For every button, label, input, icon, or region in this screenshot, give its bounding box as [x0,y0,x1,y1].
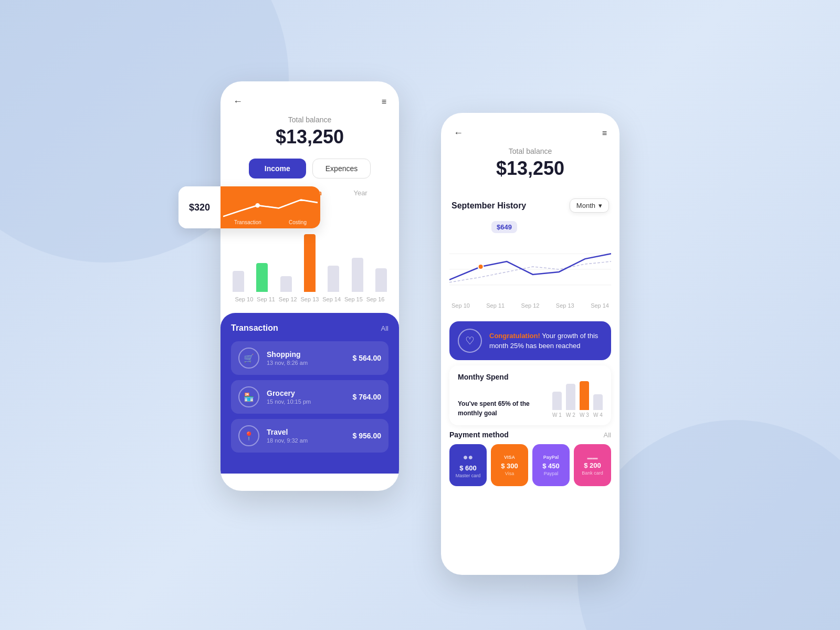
paypal-amount: $ 450 [542,462,560,470]
spend-label-w1: W 1 [552,412,562,418]
bankcard-amount: $ 200 [584,461,601,469]
phone-left-header: ← ≡ [220,81,399,116]
payment-card-bankcard[interactable]: ▬▬ $ 200 Bank card [574,444,611,486]
payment-card-mastercard[interactable]: ●● $ 600 Master card [449,444,487,486]
heart-icon: ♡ [458,329,482,353]
floating-card: $320 Transaction Costing [178,186,320,228]
bar-group-3 [300,234,319,292]
balance-label-left: Total balance [233,116,386,124]
spend-bar-w2-bar [566,384,575,410]
spend-bar-w3: W 3 [580,381,589,418]
bar-group-1 [253,263,271,292]
back-arrow-right[interactable]: ← [454,128,463,139]
bar-4 [328,266,339,292]
payment-all[interactable]: All [604,431,611,439]
phone-left: ← ≡ Total balance $13,250 Income Expence… [220,81,399,491]
transaction-all[interactable]: All [381,324,388,332]
balance-amount-left: $13,250 [233,126,386,148]
monthly-spend-content: You've spent 65% of the monthly goal W 1… [458,386,603,418]
bars-container [229,226,391,294]
tx-name-shopping: Shopping [267,350,345,359]
line-date-0: Sep 10 [452,302,470,309]
payment-header: Payment method All [449,430,611,439]
label-transaction: Transaction [234,219,261,225]
bankcard-type: Bank card [582,470,603,476]
tab-income-button[interactable]: Income [249,159,306,178]
tx-name-travel: Travel [267,428,345,436]
paypal-brand: PayPal [543,455,559,460]
phone-right-header: ← ≡ [441,113,620,147]
tx-info-travel: Travel 18 nov, 9:32 am [267,428,345,444]
spend-bar-w2: W 2 [566,384,575,418]
tx-icon-travel: 📍 [238,425,259,446]
spend-bar-w1-bar [552,392,562,410]
bar-group-0 [229,271,247,292]
phones-container: $320 Transaction Costing ← ≡ Total [220,71,620,575]
label-costing: Costing [289,219,307,225]
line-date-1: Sep 11 [486,302,505,309]
month-dropdown-label: Month [576,202,595,209]
congrat-highlight: Congratulation! [489,332,540,340]
bar-2 [280,276,292,292]
balance-amount-right: $13,250 [454,158,607,180]
tx-date-grocery: 15 nov, 10:15 pm [267,398,345,405]
transaction-section: Transaction All 🛒 Shopping 13 nov, 8:26 … [220,313,399,474]
spend-bars: W 1 W 2 W 3 W 4 [552,386,603,418]
bar-0 [233,271,244,292]
september-header: September History Month ▾ [441,190,620,217]
transaction-title: Transaction [231,323,278,333]
month-dropdown[interactable]: Month ▾ [570,198,609,213]
floating-card-chart: Transaction Costing [220,186,320,228]
bar-group-2 [277,276,295,292]
line-date-4: Sep 14 [591,302,609,309]
transaction-item-grocery: 🏪 Grocery 15 nov, 10:15 pm $ 764.00 [231,380,388,414]
payment-card-visa[interactable]: VISA $ 300 Visa [491,444,528,486]
tx-icon-grocery: 🏪 [238,386,259,407]
date-4: Sep 14 [322,296,341,302]
mastercard-dots: ●● [463,453,473,462]
tx-amount-travel: $ 956.00 [353,432,382,440]
tx-info-shopping: Shopping 13 nov, 8:26 am [267,350,345,366]
back-arrow-left[interactable]: ← [233,96,243,107]
congratulation-banner: ♡ Congratulation! Your growth of this mo… [449,321,611,360]
spend-label-w3: W 3 [580,412,589,418]
tx-date-shopping: 13 nov, 8:26 am [267,360,345,366]
floating-card-amount: $320 [178,186,220,228]
chevron-down-icon: ▾ [598,202,602,209]
monthly-spend-text: You've spent 65% of the monthly goal [458,399,546,418]
tx-icon-shopping: 🛒 [238,348,259,369]
date-2: Sep 12 [279,296,297,302]
monthly-spend-percent: 65% [498,400,511,407]
payment-section: Payment method All ●● $ 600 Master card … [449,430,611,486]
tx-amount-grocery: $ 764.00 [353,393,382,401]
spend-label-w4: W 4 [593,412,603,418]
monthly-spend-prefix: You've spent [458,400,498,407]
filter-icon-left[interactable]: ≡ [382,97,386,107]
period-year[interactable]: Year [353,189,367,197]
bar-group-4 [324,266,343,292]
filter-icon-right[interactable]: ≡ [602,129,607,138]
payment-cards: ●● $ 600 Master card VISA $ 300 Visa Pay… [449,444,611,486]
floating-card-labels: Transaction Costing [220,219,320,225]
bar-6 [375,268,387,292]
svg-point-4 [478,264,484,269]
line-date-3: Sep 13 [556,302,574,309]
bar-1 [256,263,268,292]
payment-title: Payment method [449,430,509,439]
mastercard-amount: $ 600 [459,464,477,472]
balance-section-right: Total balance $13,250 [441,147,620,190]
date-3: Sep 13 [301,296,319,302]
tab-row-left: Income Expences [220,159,399,189]
transaction-item-shopping: 🛒 Shopping 13 nov, 8:26 am $ 564.00 [231,341,388,375]
payment-card-paypal[interactable]: PayPal $ 450 Paypal [532,444,570,486]
spend-bar-w4-bar [593,394,603,410]
balance-section-left: Total balance $13,250 [220,116,399,159]
bar-5 [352,258,363,292]
tab-expenses-button[interactable]: Expences [312,159,371,178]
congrat-text: Congratulation! Your growth of this mont… [489,331,603,351]
spend-bar-w4: W 4 [593,394,603,418]
phone-right: ← ≡ Total balance $13,250 September Hist… [441,113,620,575]
bankcard-chip-icon: ▬▬ [587,455,598,460]
visa-brand: VISA [504,455,515,460]
date-5: Sep 15 [344,296,363,302]
